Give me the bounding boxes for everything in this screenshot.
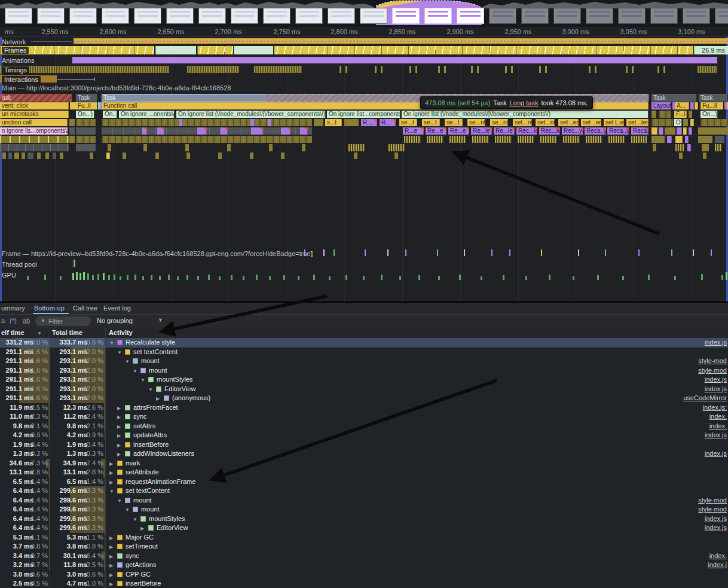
flame-segment[interactable]: On...) [103, 111, 117, 118]
table-row[interactable]: 9.8 ms2.1 %9.8 ms2.1 %▶setAttrsindex. [0, 422, 728, 431]
table-row[interactable]: 2.5 ms0.5 %4.7 ms1.0 %▶insertBefore [0, 579, 728, 588]
flame-segment[interactable] [665, 127, 675, 135]
flame-segment[interactable]: Rec...le [539, 127, 560, 135]
track-label-timings[interactable]: Timings [2, 66, 29, 74]
flame-segment[interactable] [690, 102, 694, 109]
flame-segment[interactable] [314, 119, 323, 126]
flame-segment[interactable] [102, 119, 312, 126]
flame-segment[interactable] [472, 136, 489, 143]
source-link[interactable]: index.js [705, 514, 727, 524]
collapsed-twisty-icon[interactable]: ▶ [109, 461, 113, 467]
flame-segment[interactable] [689, 111, 692, 118]
flame-segment[interactable] [394, 153, 398, 159]
source-link[interactable]: index.js [705, 385, 727, 394]
flame-segment[interactable] [427, 136, 443, 143]
thread-pool-label[interactable]: Thread pool [2, 261, 37, 268]
flame-segment[interactable]: R... [380, 119, 396, 126]
table-row[interactable]: 3.7 ms0.8 %3.8 ms0.8 %▶setTimeout [0, 542, 728, 552]
track-label-network[interactable]: Network [2, 38, 26, 45]
flame-segment[interactable]: unction call [0, 119, 68, 126]
flame-segment[interactable] [651, 136, 665, 143]
flame-segment[interactable] [76, 136, 96, 143]
flame-segment[interactable]: Re...e [426, 127, 446, 135]
filmstrip-frame[interactable] [37, 8, 65, 24]
collapsed-twisty-icon[interactable]: ▶ [117, 406, 121, 411]
filmstrip-frame[interactable] [231, 8, 258, 24]
collapsed-twisty-icon[interactable]: ▶ [117, 424, 121, 429]
collapsed-twisty-icon[interactable]: ▶ [109, 470, 113, 476]
expanded-twisty-icon[interactable]: ▼ [117, 498, 122, 504]
collapsed-twisty-icon[interactable]: ▶ [109, 581, 113, 587]
frame-track-label[interactable]: Frame — https://id-preview--bd53fd9d-728… [2, 250, 313, 257]
collapsed-twisty-icon[interactable]: ▶ [117, 443, 121, 448]
flame-segment[interactable] [0, 144, 69, 151]
flame-segment[interactable] [269, 144, 273, 151]
activity-label[interactable]: setAttrs [133, 422, 155, 431]
frame-segment[interactable] [155, 46, 196, 54]
filmstrip-frame[interactable] [102, 8, 129, 24]
flame-segment[interactable] [221, 127, 228, 135]
flame-segment[interactable] [123, 153, 126, 159]
flame-segment[interactable]: se...nt [490, 119, 508, 126]
table-row[interactable]: 3.0 ms0.6 %3.0 ms0.6 %▶CPP GC [0, 570, 728, 580]
flame-segment[interactable] [22, 153, 25, 159]
whole-word-icon[interactable]: ab [23, 317, 30, 324]
flame-segment[interactable]: Reca..tyle [631, 127, 649, 135]
frame-segment[interactable] [234, 46, 273, 54]
flame-segment[interactable] [37, 153, 41, 159]
source-link[interactable]: index. [709, 412, 727, 422]
filmstrip-frame[interactable] [134, 8, 161, 24]
flame-segment[interactable]: Reca..tyle [607, 127, 629, 135]
table-row[interactable]: 1.3 ms0.3 %1.3 ms0.3 %▶addWindowListener… [0, 449, 728, 459]
source-link[interactable]: style-mod [698, 366, 727, 376]
activity-label[interactable]: requestAnimationFrame [126, 477, 195, 487]
flame-segment[interactable] [106, 153, 110, 159]
flame-segment[interactable] [108, 144, 111, 151]
activity-label[interactable]: insertBefore [126, 579, 161, 588]
flame-segment[interactable] [679, 153, 683, 159]
filmstrip-frame[interactable] [166, 8, 194, 24]
flame-segment[interactable] [495, 136, 512, 143]
source-link[interactable]: index.j [708, 560, 727, 570]
flame-segment[interactable] [302, 144, 305, 151]
activity-label[interactable]: sync [133, 412, 147, 422]
activity-label[interactable]: set textContent [126, 486, 170, 496]
source-link[interactable]: index.js: [703, 403, 727, 413]
flame-segment[interactable] [69, 136, 75, 143]
table-row[interactable]: 6.4 ms1.4 %299.6 ms63.3 %▼set textConten… [0, 486, 728, 496]
expanded-twisty-icon[interactable]: ▼ [148, 387, 153, 392]
filmstrip-frame[interactable] [618, 8, 646, 24]
frame-segment[interactable] [274, 46, 693, 54]
activity-label[interactable]: setAttribute [126, 468, 159, 477]
flame-segment[interactable]: Re...e [448, 127, 469, 135]
flame-segment[interactable] [281, 153, 285, 159]
track-label-animations[interactable]: Animations [2, 57, 34, 64]
source-link[interactable]: index.js [705, 375, 727, 385]
flame-segment[interactable] [563, 136, 580, 143]
flame-segment[interactable] [518, 136, 534, 143]
flame-segment[interactable] [667, 136, 672, 143]
flame-segment[interactable]: Reca..yle [585, 127, 606, 135]
table-row[interactable]: 11.0 ms2.3 %11.2 ms2.4 %▶syncindex. [0, 412, 728, 422]
table-row[interactable]: 291.1 ms61.6 %293.1 ms62.0 %▼mountstyle-… [0, 366, 728, 376]
flame-segment[interactable] [300, 127, 308, 135]
flame-segment[interactable] [651, 127, 657, 135]
flame-segment[interactable]: set...nt [513, 119, 532, 126]
collapsed-twisty-icon[interactable]: ▶ [117, 452, 121, 457]
activity-label[interactable]: setTimeout [126, 542, 158, 552]
flame-segment[interactable] [687, 144, 691, 151]
flame-segment[interactable] [540, 136, 557, 143]
flame-segment[interactable] [2, 153, 6, 159]
collapsed-twisty-icon[interactable]: ▶ [140, 526, 144, 531]
flame-segment[interactable]: se...t [445, 119, 463, 126]
flame-segment[interactable] [698, 136, 712, 143]
table-row[interactable]: 291.1 ms61.6 %293.1 ms62.0 %▼mountstyle-… [0, 357, 728, 366]
gpu-label[interactable]: GPU [2, 272, 16, 279]
flame-segment[interactable] [653, 144, 656, 151]
table-row[interactable]: 331.2 ms70.0 %333.7 ms70.6 %▼Recalculate… [0, 338, 728, 348]
activity-label[interactable]: EditorView [164, 385, 195, 394]
filmstrip-frame[interactable] [69, 8, 97, 24]
collapsed-twisty-icon[interactable]: ▶ [109, 572, 113, 578]
flame-segment[interactable]: Task [76, 94, 97, 102]
filmstrip-frame[interactable] [5, 8, 32, 24]
